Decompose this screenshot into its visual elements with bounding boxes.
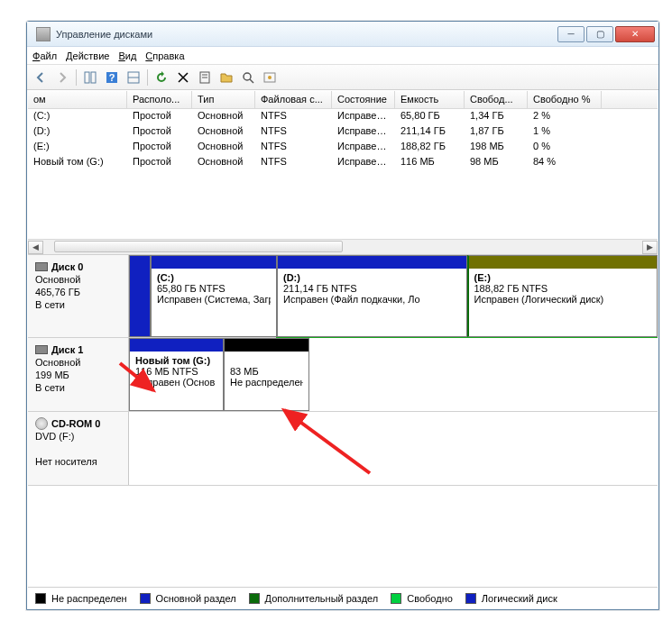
horizontal-scrollbar[interactable]: ◀ ▶	[28, 239, 658, 254]
titlebar[interactable]: Управление дисками ─ ▢ ✕	[27, 22, 658, 47]
back-button[interactable]	[31, 68, 51, 87]
menu-action[interactable]: Действие	[66, 50, 109, 61]
toolbar: ?	[27, 65, 658, 90]
table-row[interactable]: (E:)ПростойОсновнойNTFSИсправен...188,82…	[28, 140, 658, 155]
svg-rect-0	[85, 72, 89, 83]
legend-extended-swatch	[249, 593, 260, 604]
col-layout[interactable]: Располо...	[127, 91, 192, 108]
minimize-button[interactable]: ─	[557, 26, 585, 42]
scroll-right-button[interactable]: ▶	[642, 241, 658, 254]
explore-button[interactable]	[238, 68, 258, 87]
table-row[interactable]: (C:)ПростойОсновнойNTFSИсправен...65,80 …	[28, 109, 658, 124]
col-pct[interactable]: Свободно %	[528, 91, 602, 108]
svg-point-9	[244, 73, 251, 80]
col-type[interactable]: Тип	[192, 91, 255, 108]
legend-logical-swatch	[465, 593, 476, 604]
close-button[interactable]: ✕	[615, 26, 655, 42]
col-free[interactable]: Свобод...	[465, 91, 528, 108]
open-button[interactable]	[216, 68, 236, 87]
settings-button[interactable]	[260, 68, 280, 87]
disk-icon	[35, 345, 48, 354]
col-fs[interactable]: Файловая с...	[255, 91, 332, 108]
partition-d[interactable]: (D:)211,14 ГБ NTFSИсправен (Файл подкачк…	[277, 255, 467, 337]
properties-button[interactable]	[195, 68, 215, 87]
legend-free-swatch	[391, 593, 401, 604]
svg-rect-1	[91, 72, 96, 83]
column-headers: ом Располо... Тип Файловая с... Состояни…	[28, 91, 658, 109]
disk-management-window: Управление дисками ─ ▢ ✕ Файл Действие В…	[26, 21, 659, 610]
refresh-button[interactable]	[152, 68, 171, 87]
partition-e[interactable]: (E:)188,82 ГБ NTFSИсправен (Логический д…	[467, 255, 658, 337]
app-icon	[36, 27, 51, 41]
disk-icon	[35, 262, 48, 271]
window-title: Управление дисками	[56, 29, 556, 40]
svg-line-10	[250, 79, 253, 83]
maximize-button[interactable]: ▢	[586, 26, 613, 42]
volume-list: ом Располо... Тип Файловая с... Состояни…	[28, 91, 658, 255]
svg-point-12	[268, 76, 272, 79]
menubar: Файл Действие Вид Справка	[27, 47, 658, 65]
table-row[interactable]: Новый том (G:)ПростойОсновнойNTFSИсправе…	[28, 155, 658, 170]
disk1-header[interactable]: Диск 1 Основной 199 МБ В сети	[28, 338, 129, 411]
svg-text:?: ?	[109, 72, 115, 83]
menu-help[interactable]: Справка	[145, 50, 184, 61]
table-row[interactable]: (D:)ПростойОсновнойNTFSИсправен...211,14…	[28, 124, 658, 140]
partition-g[interactable]: Новый том (G:)116 МБ NTFSИсправен (Основ	[129, 338, 224, 411]
col-volume[interactable]: ом	[28, 91, 127, 108]
col-status[interactable]: Состояние	[332, 91, 395, 108]
scroll-thumb[interactable]	[54, 241, 343, 252]
partition-unallocated[interactable]: 83 МБНе распределен	[224, 338, 309, 411]
menu-file[interactable]: Файл	[32, 50, 57, 61]
panel-button[interactable]	[124, 68, 143, 87]
legend-unallocated-swatch	[35, 593, 46, 604]
cdrom-icon	[35, 417, 48, 430]
disk-graphical-view: Диск 0 Основной 465,76 ГБ В сети (C:)65,…	[28, 255, 658, 587]
menu-view[interactable]: Вид	[118, 50, 136, 61]
legend: Не распределен Основной раздел Дополните…	[28, 587, 658, 608]
forward-button[interactable]	[52, 68, 72, 87]
delete-button[interactable]	[173, 68, 193, 87]
help-button[interactable]: ?	[102, 68, 122, 87]
show-hide-tree-button[interactable]	[80, 68, 100, 87]
scroll-left-button[interactable]: ◀	[28, 241, 43, 254]
col-capacity[interactable]: Емкость	[395, 91, 465, 108]
disk0-header[interactable]: Диск 0 Основной 465,76 ГБ В сети	[28, 255, 129, 337]
legend-primary-swatch	[140, 593, 151, 604]
cdrom-header[interactable]: CD-ROM 0 DVD (F:) Нет носителя	[28, 412, 129, 485]
